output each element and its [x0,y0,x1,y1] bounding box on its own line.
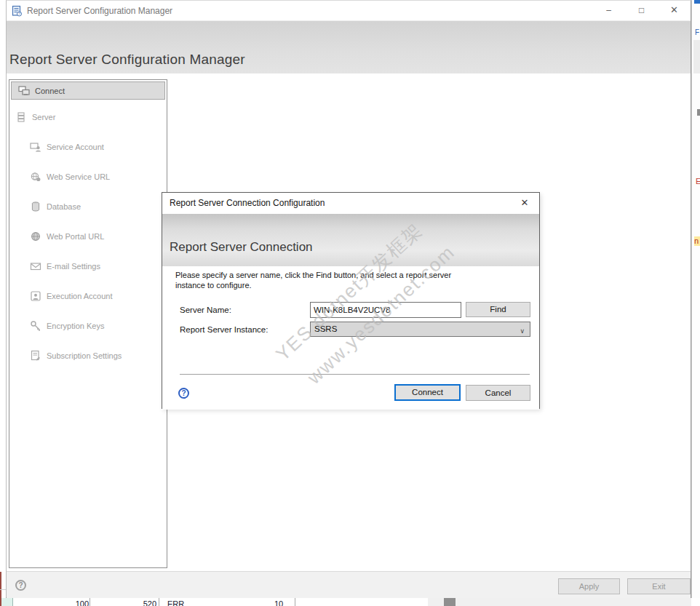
background-blue-titlebar-fragment [694,0,700,4]
navigation-sidebar: Connect Server S [9,79,167,568]
find-button[interactable]: Find [466,302,530,317]
dialog-titlebar: Report Server Connection Configuration ✕ [162,193,539,214]
exit-button[interactable]: Exit [627,578,691,594]
sidebar-item-email-settings[interactable]: E-mail Settings [9,251,167,281]
background-grid-cell: 10 [274,599,283,606]
sidebar-item-label: Database [47,202,81,211]
background-grid-cell: 520 [133,599,156,606]
report-server-instance-dropdown[interactable]: SSRS ∨ [310,322,530,337]
server-name-input[interactable] [310,302,461,318]
server-icon [15,111,27,123]
sidebar-item-connect[interactable]: Connect [11,81,165,100]
execution-account-icon [30,290,41,302]
close-button[interactable]: ✕ [658,1,691,21]
encryption-keys-icon [30,320,41,332]
dialog-separator [180,374,530,375]
sidebar-item-label: Encryption Keys [47,322,104,330]
maximize-button[interactable]: □ [625,1,658,21]
sidebar-item-web-service-url[interactable]: Web Service URL [9,162,167,191]
web-portal-url-icon [30,231,41,242]
background-window-right-sliver: F E n [691,0,700,606]
background-red-text-fragment: E [696,177,700,186]
report-server-instance-label: Report Server Instance: [180,325,268,334]
connect-button[interactable]: Connect [394,384,461,401]
sidebar-item-label: Execution Account [47,292,113,300]
sidebar-item-label: Connect [35,87,65,95]
server-name-label: Server Name: [180,306,231,314]
help-icon[interactable]: ? [15,580,26,591]
sidebar-item-execution-account[interactable]: Execution Account [9,281,167,311]
app-report-icon: ? [11,5,23,17]
apply-button[interactable]: Apply [558,578,620,594]
background-grid-strip: 100 520 ERR 10 [0,598,700,606]
sidebar-item-encryption-keys[interactable]: Encryption Keys [9,311,167,340]
background-left-gridline [0,589,6,590]
sidebar-item-web-portal-url[interactable]: Web Portal URL [9,221,167,251]
sidebar-item-label: E-mail Settings [47,262,100,271]
window-titlebar: ? Report Server Configuration Manager – … [7,1,691,21]
instance-selected-value: SSRS [314,324,337,333]
sidebar-item-subscription-settings[interactable]: Subscription Settings [9,340,167,370]
window-title: Report Server Configuration Manager [27,1,172,21]
sidebar-item-database[interactable]: Database [9,191,167,221]
background-grid-cell: 100 [65,599,89,606]
dialog-heading: Report Server Connection [162,214,539,255]
background-scrollbar-track [428,598,691,606]
dialog-title: Report Server Connection Configuration [170,193,325,214]
background-scrollbar-thumb[interactable] [444,598,456,606]
background-highlight-text-fragment: n [694,236,700,246]
database-icon [30,201,41,212]
sidebar-item-service-account[interactable]: Service Account [9,132,167,162]
minimize-button[interactable]: – [592,1,625,21]
background-gray-fragment [697,109,700,116]
sidebar-item-label: Service Account [47,143,104,151]
service-account-icon [30,141,41,153]
dialog-body: Please specify a server name, click the … [162,266,539,410]
dialog-header-banner: Report Server Connection [162,214,539,266]
background-blue-text-fragment: F [695,28,700,35]
chevron-down-icon: ∨ [520,324,525,338]
background-grid-teal-cell [0,598,13,606]
dialog-help-icon[interactable]: ? [178,388,189,399]
background-gray-block [693,40,700,73]
dialog-instruction-text: Please specify a server name, click the … [175,270,475,290]
sidebar-item-label: Server [32,113,55,121]
cancel-button[interactable]: Cancel [466,385,530,401]
sidebar-item-label: Subscription Settings [47,351,122,360]
report-server-connection-dialog: Report Server Connection Configuration ✕… [162,192,540,409]
app-header-banner: Report Server Configuration Manager [7,21,691,73]
email-settings-icon [30,260,41,272]
subscription-settings-icon [30,350,41,362]
web-service-url-icon [30,171,41,183]
connect-icon [18,85,30,97]
dialog-close-icon[interactable]: ✕ [514,193,535,214]
page-title: Report Server Configuration Manager [7,21,691,68]
svg-text:?: ? [18,12,20,16]
background-grid-cell: ERR [167,599,184,606]
sidebar-item-server[interactable]: Server [9,102,167,132]
sidebar-item-label: Web Portal URL [47,232,104,241]
sidebar-item-label: Web Service URL [47,172,110,181]
window-footer: ? Apply Exit [7,571,691,598]
